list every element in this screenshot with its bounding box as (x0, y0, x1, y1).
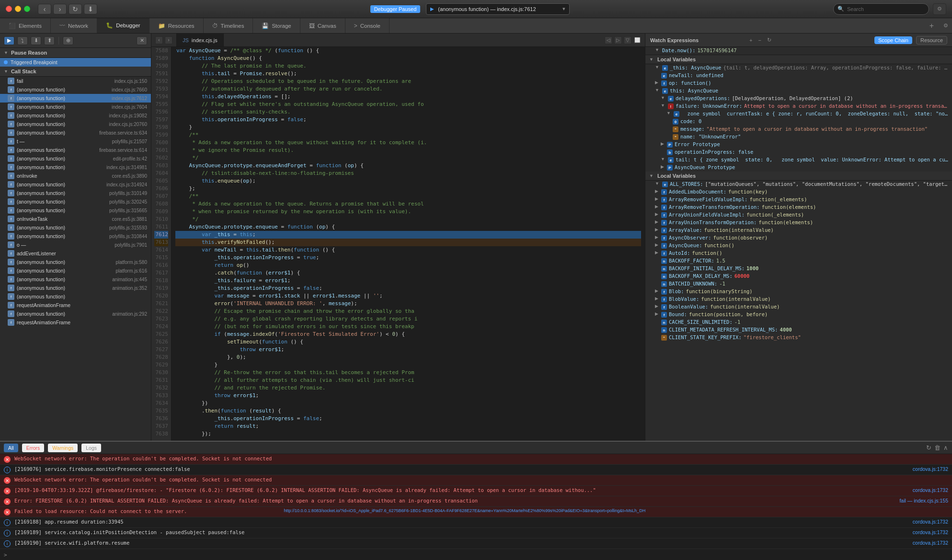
expand-icon[interactable]: ▼ (655, 65, 659, 69)
var-item[interactable]: ▶ n CLIENT_METADATA_REFRESH_INTERVAL_MS:… (645, 326, 952, 334)
minimize-button[interactable] (15, 6, 21, 12)
var-item[interactable]: ▶ n BACKOFF_INITIAL_DELAY_MS: 1000 (645, 265, 952, 273)
tab-console[interactable]: > Console (345, 18, 390, 33)
add-watch-button[interactable]: + (749, 37, 752, 43)
expand-icon[interactable]: ▶ (661, 164, 664, 169)
url-bar-dropdown[interactable]: ▾ (562, 6, 565, 12)
collapse-console-button[interactable]: ∧ (943, 444, 948, 451)
expand-icon[interactable]: ▼ (655, 88, 659, 92)
call-stack-item[interactable]: f (anonymous function) animation.js:352 (0, 284, 151, 292)
call-stack-item[interactable]: f onInvoke core.es5.js:3890 (0, 171, 151, 180)
call-stack-item[interactable]: f (anonymous function) index.cjs.js:3149… (0, 180, 151, 189)
expand-icon[interactable]: ▶ (655, 242, 658, 247)
expand-icon[interactable]: ▶ (655, 296, 658, 301)
call-stack-item[interactable]: f (anonymous function) polyfills.js:3101… (0, 189, 151, 197)
var-item[interactable]: ▶ n BACKOFF_FACTOR: 1.5 (645, 257, 952, 265)
var-item[interactable]: ▶ f BooleanValue: function(internalValue… (645, 303, 952, 311)
call-stack-item[interactable]: f (anonymous function) (0, 292, 151, 301)
var-item[interactable]: ▼ e tail: t {_zone_symbol__state: 0, __z… (645, 156, 952, 164)
expand-right-button[interactable]: ▷ (614, 36, 622, 44)
call-stack-item[interactable]: f addEventListener (0, 249, 151, 258)
collapse-pane-button[interactable]: ⬜ (633, 36, 641, 44)
new-tab-button[interactable]: + (924, 18, 940, 33)
expand-icon[interactable]: ▼ (661, 95, 665, 100)
expand-icon[interactable]: ▶ (655, 235, 658, 240)
var-item[interactable]: ▶ f ArrayUnionFieldValueImpl: function(_… (645, 211, 952, 219)
call-stack-item[interactable]: f (anonymous function) firebase.service.… (0, 146, 151, 154)
call-stack-item-active[interactable]: f (anonymous function) index.cjs.js:7612 (0, 94, 151, 103)
expand-icon[interactable]: ▼ (649, 57, 654, 62)
var-item[interactable]: ▶ 0 code: 0 (645, 118, 952, 126)
settings-button[interactable]: ⚙ (933, 3, 946, 15)
source-file-tab[interactable]: JS index.cjs.js (177, 34, 224, 46)
continue-button[interactable]: ▶ (4, 36, 14, 45)
local-variables-2-header[interactable]: ▼ Local Variables (645, 171, 952, 181)
search-box[interactable]: 🔍 Search (833, 3, 929, 15)
resource-button[interactable]: Resource (916, 36, 947, 45)
msg-source[interactable]: cordova.js:1732 (913, 466, 948, 472)
call-stack-item[interactable]: f (anonymous function) polyfills.js:3108… (0, 232, 151, 240)
tab-canvas[interactable]: 🖼 Canvas (300, 18, 345, 33)
msg-source[interactable]: cordova.js:1732 (913, 519, 948, 525)
var-item[interactable]: ▶ n CACHE_SIZE_UNLIMITED: -1 (645, 319, 952, 326)
expand-icon[interactable]: ▼ (655, 181, 659, 186)
call-stack-item[interactable]: f t — polyfills.js:21507 (0, 137, 151, 146)
call-stack-item[interactable]: f o — polyfills.js:7901 (0, 240, 151, 249)
var-item[interactable]: ▶ f AddedLimboDocument: function(key) (645, 188, 952, 196)
url-bar[interactable]: ▶ (anonymous function) — index.cjs.js:76… (426, 3, 570, 15)
console-input[interactable] (10, 552, 948, 558)
filter-warnings-button[interactable]: Warnings (48, 444, 78, 452)
expand-icon[interactable]: ▶ (655, 196, 658, 201)
call-stack-item[interactable]: f requestAnimationFrame (0, 301, 151, 309)
expand-icon[interactable]: ▶ (655, 219, 658, 224)
expand-icon[interactable]: ▶ (655, 189, 658, 194)
var-item[interactable]: ▶ " name: "UnknownError" (645, 133, 952, 141)
var-item[interactable]: ▶ P Error Prototype (645, 141, 952, 149)
call-stack-item[interactable]: f (anonymous function) polyfills.js:3202… (0, 197, 151, 206)
var-item[interactable]: ▶ f AutoId: function() (645, 250, 952, 257)
var-item[interactable]: ▶ f ArrayUnionTransformOperation: functi… (645, 219, 952, 227)
var-item[interactable]: ▶ " CLIENT_STATE_KEY_PREFIX: "firestore_… (645, 334, 952, 342)
expand-icon[interactable]: ▶ (655, 212, 658, 217)
var-item[interactable]: ▶ n BATCHID_UNKNOWN: -1 (645, 280, 952, 288)
maximize-button[interactable] (24, 6, 30, 12)
expand-icon[interactable]: ▼ (666, 111, 671, 115)
call-stack-header[interactable]: ▼ Call Stack (0, 67, 151, 77)
reload-console-button[interactable]: ↻ (926, 444, 931, 451)
var-item[interactable]: ▶ f AsyncObserver: function(observer) (645, 234, 952, 242)
call-stack-item[interactable]: f (anonymous function) index.cjs.js:1908… (0, 111, 151, 120)
call-stack-item[interactable]: f (anonymous function) index.cjs.js:7604 (0, 103, 151, 111)
tab-storage[interactable]: 💾 Storage (253, 18, 300, 33)
local-variables-1-header[interactable]: ▼ Local Variables (645, 55, 952, 64)
var-item[interactable]: ▶ " message: "Attempt to open a cursor i… (645, 126, 952, 133)
pause-reason-header[interactable]: ▼ Pause Reason (0, 48, 151, 58)
var-item[interactable]: ▶ f BlobValue: function(internalValue) (645, 296, 952, 303)
back-button[interactable]: ‹ (38, 4, 51, 14)
settings-tabs-button[interactable]: ⚙ (940, 18, 952, 33)
msg-source[interactable]: cordova.js:1732 (913, 529, 948, 535)
filter-logs-button[interactable]: Logs (81, 444, 101, 452)
expand-icon[interactable]: ▶ (655, 304, 658, 309)
remove-watch-button[interactable]: − (758, 37, 761, 43)
expand-icon[interactable]: ▶ (655, 250, 658, 255)
call-stack-item[interactable]: f fail index.cjs.js:150 (0, 77, 151, 85)
var-item[interactable]: ▶ f op: function() (645, 80, 952, 87)
var-item[interactable]: ▼ e delayedOperations: [DelayedOperation… (645, 95, 952, 103)
source-prev-button[interactable]: ‹ (155, 36, 163, 44)
call-stack-item[interactable]: f (anonymous function) index.cjs.js:2076… (0, 120, 151, 128)
source-next-button[interactable]: › (165, 36, 172, 44)
expand-icon[interactable]: ▶ (661, 141, 664, 146)
breakpoints-button[interactable]: ⊕ (63, 36, 73, 45)
expand-icon[interactable]: ▼ (655, 47, 659, 52)
call-stack-item[interactable]: f (anonymous function) animation.js:292 (0, 309, 151, 318)
reload-button[interactable]: ↻ (69, 4, 82, 14)
var-item[interactable]: ▶ f Bound: function(position, before) (645, 311, 952, 319)
tab-resources[interactable]: 📁 Resources (149, 18, 204, 33)
expand-left-button[interactable]: ◁ (605, 36, 612, 44)
expand-down-button[interactable]: ▽ (624, 36, 631, 44)
scope-chain-button[interactable]: Scope Chain (874, 36, 912, 44)
expand-icon[interactable]: ▶ (655, 80, 658, 85)
call-stack-item[interactable]: f (anonymous function) firebase.service.… (0, 128, 151, 137)
call-stack-item[interactable]: f onInvokeTask core.es5.js:3881 (0, 215, 151, 223)
var-item[interactable]: ▶ f Blob: function(binaryString) (645, 288, 952, 296)
